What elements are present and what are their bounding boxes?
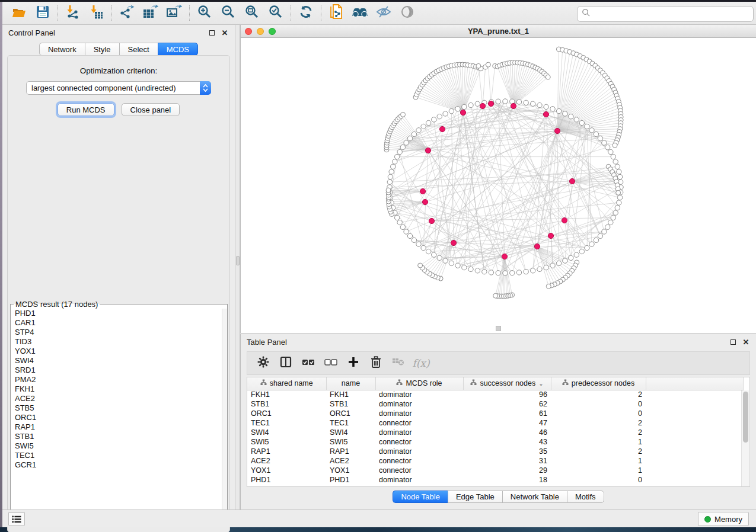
close-table-panel-icon[interactable]: ✕ (742, 338, 750, 346)
sort-indicator-icon[interactable]: ⌄ (538, 380, 543, 387)
mcds-result-item[interactable]: FKH1 (11, 384, 227, 394)
table-row[interactable]: PHD1PHD1dominator180 (247, 475, 743, 485)
search-network-button[interactable] (348, 4, 372, 23)
mcds-result-item[interactable]: SWI4 (11, 356, 227, 366)
open-file-button[interactable] (7, 4, 31, 23)
table-row[interactable]: SWI4SWI4dominator462 (247, 428, 743, 437)
columns-icon (280, 356, 292, 370)
mcds-result-item[interactable]: GCR1 (11, 460, 227, 470)
hide-panel-button[interactable] (372, 4, 395, 23)
table-row[interactable]: FKH1FKH1dominator962 (247, 390, 743, 399)
zoom-fit-button[interactable] (240, 4, 264, 23)
search-field[interactable] (577, 6, 754, 22)
close-panel-button[interactable]: Close panel (122, 103, 180, 116)
tab-style[interactable]: Style (85, 43, 119, 56)
tab-edge-table[interactable]: Edge Table (448, 491, 502, 503)
refresh-button[interactable] (294, 4, 318, 23)
delete-table-button[interactable] (388, 354, 409, 372)
zoom-out-button[interactable] (216, 4, 240, 23)
mcds-result-item[interactable]: ORC1 (11, 413, 227, 422)
table-tabs: Node TableEdge TableNetwork TableMotifs (241, 491, 756, 503)
zoom-in-button[interactable] (193, 4, 216, 23)
mcds-result-item[interactable]: PMA2 (11, 375, 227, 384)
vertical-splitter[interactable] (235, 25, 240, 509)
float-window-icon[interactable] (208, 28, 216, 37)
mcds-result-list[interactable]: PHD1CAR1STP4TID3YOX1SWI4SRD1PMA2FKH1ACE2… (11, 309, 227, 517)
export-network-button[interactable] (115, 4, 139, 23)
table-scrollbar-thumb[interactable] (743, 392, 748, 443)
task-history-button[interactable] (8, 512, 25, 525)
zoom-selected-button[interactable] (264, 4, 288, 23)
trash-button[interactable] (366, 354, 386, 372)
control-panel-title: Control Panel (8, 28, 55, 37)
check-all-button[interactable] (298, 354, 318, 372)
table-scrollbar[interactable] (741, 390, 749, 487)
gear-icon (257, 356, 269, 370)
table-row[interactable]: ACE2ACE2connector311 (247, 456, 743, 466)
node-table[interactable]: shared namenameMCDS rolesuccessor nodes⌄… (247, 377, 744, 485)
column-header-successor-nodes[interactable]: successor nodes⌄ (463, 377, 551, 390)
tab-node-table[interactable]: Node Table (393, 491, 448, 503)
table-row[interactable]: TEC1TEC1connector472 (247, 418, 743, 428)
toolbar-separator (58, 5, 58, 21)
tab-network[interactable]: Network (39, 43, 85, 56)
network-graph[interactable] (241, 38, 755, 332)
network-hscroll-thumb[interactable] (496, 326, 501, 331)
column-header-MCDS-role[interactable]: MCDS role (375, 377, 463, 390)
memory-button[interactable]: Memory (698, 512, 749, 526)
table-row[interactable]: ORC1ORC1dominator610 (247, 409, 743, 418)
add-icon (348, 357, 359, 370)
float-table-panel-icon[interactable] (729, 338, 737, 346)
search-network-icon (352, 5, 368, 21)
table-row[interactable]: YOX1YOX1connector291 (247, 466, 743, 475)
add-button[interactable] (343, 354, 363, 372)
column-header-shared-name[interactable]: shared name (247, 377, 326, 390)
memory-status-icon (704, 516, 711, 523)
export-image-button[interactable] (162, 4, 186, 23)
fx-button[interactable]: f(x) (411, 354, 431, 372)
status-bar: Memory (2, 509, 756, 527)
criterion-dropdown[interactable]: largest connected component (undirected) (26, 81, 211, 95)
dropdown-stepper-icon (200, 81, 211, 95)
mcds-result-item[interactable]: STB1 (11, 432, 227, 441)
mcds-result-item[interactable]: STB5 (11, 403, 227, 413)
mcds-result-item[interactable]: TEC1 (11, 451, 227, 460)
mcds-result-item[interactable]: STP4 (11, 328, 227, 337)
show-panel-button[interactable] (395, 4, 419, 23)
network-canvas[interactable] (241, 38, 755, 332)
splitter-grip[interactable] (236, 256, 240, 265)
import-table-button[interactable] (85, 4, 109, 23)
mcds-result-item[interactable]: ACE2 (11, 394, 227, 403)
column-header-name[interactable]: name (326, 377, 375, 390)
save-session-button[interactable] (31, 4, 55, 23)
table-row[interactable]: SWI5SWI5connector431 (247, 437, 743, 447)
mcds-result-item[interactable]: SRD1 (11, 366, 227, 375)
network-window-titlebar[interactable]: YPA_prune.txt_1 (241, 25, 756, 38)
table-toolbar: f(x) (247, 351, 750, 375)
mcds-result-item[interactable]: CAR1 (11, 318, 227, 328)
export-table-button[interactable] (139, 4, 162, 23)
toolbar-separator (189, 5, 190, 21)
mcds-result-item[interactable]: TID3 (11, 337, 227, 347)
mcds-result-item[interactable]: RAP1 (11, 422, 227, 432)
tab-motifs[interactable]: Motifs (567, 491, 604, 503)
mcds-result-item[interactable]: YOX1 (11, 347, 227, 356)
table-row[interactable]: STB1STB1dominator620 (247, 399, 743, 409)
import-network-button[interactable] (61, 4, 85, 23)
tab-select[interactable]: Select (119, 43, 158, 56)
table-row[interactable]: RAP1RAP1dominator352 (247, 447, 743, 456)
column-header-predecessor-nodes[interactable]: predecessor nodes (551, 377, 646, 390)
uncheck-all-button[interactable] (321, 354, 341, 372)
gear-button[interactable] (253, 354, 273, 372)
new-network-from-file-button[interactable] (324, 4, 348, 23)
close-panel-icon[interactable]: ✕ (221, 28, 229, 37)
search-input[interactable] (594, 9, 753, 18)
columns-button[interactable] (276, 354, 296, 372)
mcds-result-item[interactable]: SWI5 (11, 441, 227, 451)
run-mcds-button[interactable]: Run MCDS (58, 103, 114, 116)
table-panel-title: Table Panel (247, 338, 287, 347)
tab-network-table[interactable]: Network Table (502, 491, 567, 503)
mcds-result-item[interactable]: PHD1 (11, 309, 227, 318)
mcds-list-scrollbar[interactable] (222, 309, 227, 517)
tab-mcds[interactable]: MCDS (158, 43, 198, 56)
